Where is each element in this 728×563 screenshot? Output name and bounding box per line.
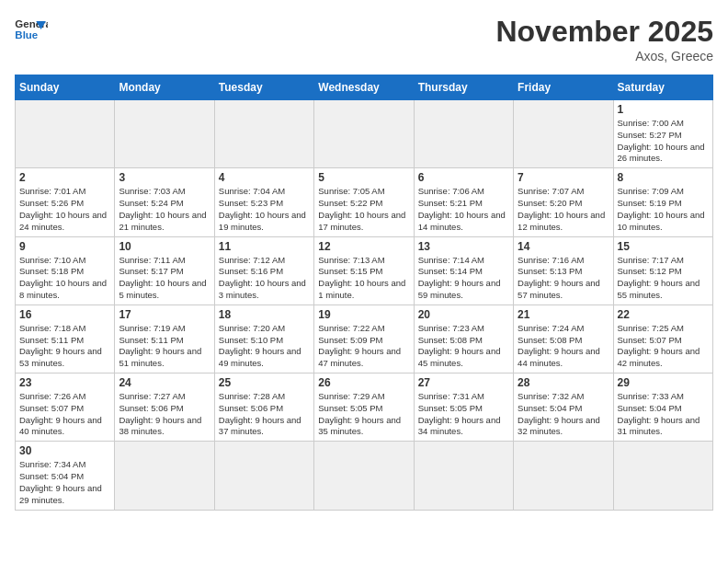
table-row: 12Sunrise: 7:13 AMSunset: 5:15 PMDayligh… — [314, 236, 414, 304]
table-row: 21Sunrise: 7:24 AMSunset: 5:08 PMDayligh… — [514, 304, 613, 373]
table-row: 3Sunrise: 7:03 AMSunset: 5:24 PMDaylight… — [115, 168, 214, 236]
day-number: 4 — [219, 171, 310, 184]
day-info: Sunrise: 7:04 AMSunset: 5:23 PMDaylight:… — [219, 186, 310, 233]
header-monday: Monday — [115, 75, 214, 100]
day-info: Sunrise: 7:06 AMSunset: 5:21 PMDaylight:… — [418, 186, 509, 233]
day-info: Sunrise: 7:26 AMSunset: 5:07 PMDaylight:… — [19, 391, 110, 438]
day-info: Sunrise: 7:23 AMSunset: 5:08 PMDaylight:… — [418, 323, 509, 370]
header-saturday: Saturday — [613, 75, 712, 100]
table-row: 26Sunrise: 7:29 AMSunset: 5:05 PMDayligh… — [314, 373, 414, 442]
day-info: Sunrise: 7:05 AMSunset: 5:22 PMDaylight:… — [318, 186, 409, 233]
header-thursday: Thursday — [414, 75, 513, 100]
table-row — [115, 442, 214, 510]
day-info: Sunrise: 7:28 AMSunset: 5:06 PMDaylight:… — [219, 391, 310, 438]
table-row — [16, 100, 115, 168]
day-info: Sunrise: 7:17 AMSunset: 5:12 PMDaylight:… — [618, 255, 709, 302]
day-number: 21 — [518, 308, 609, 321]
table-row — [214, 442, 313, 510]
table-row: 17Sunrise: 7:19 AMSunset: 5:11 PMDayligh… — [115, 304, 214, 373]
day-number: 24 — [119, 376, 210, 389]
day-number: 28 — [518, 376, 609, 389]
header-tuesday: Tuesday — [214, 75, 313, 100]
table-row: 23Sunrise: 7:26 AMSunset: 5:07 PMDayligh… — [16, 373, 115, 442]
day-info: Sunrise: 7:22 AMSunset: 5:09 PMDaylight:… — [318, 323, 409, 370]
table-row: 19Sunrise: 7:22 AMSunset: 5:09 PMDayligh… — [314, 304, 414, 373]
table-row — [514, 100, 613, 168]
table-row — [514, 442, 613, 510]
day-number: 29 — [618, 376, 709, 389]
table-row: 13Sunrise: 7:14 AMSunset: 5:14 PMDayligh… — [414, 236, 513, 304]
day-info: Sunrise: 7:09 AMSunset: 5:19 PMDaylight:… — [618, 186, 709, 233]
day-number: 1 — [618, 103, 709, 116]
table-row — [314, 442, 414, 510]
table-row — [414, 100, 513, 168]
table-row: 5Sunrise: 7:05 AMSunset: 5:22 PMDaylight… — [314, 168, 414, 236]
table-row: 1Sunrise: 7:00 AMSunset: 5:27 PMDaylight… — [613, 100, 712, 168]
day-number: 19 — [318, 308, 409, 321]
day-number: 5 — [318, 171, 409, 184]
location: Axos, Greece — [495, 49, 713, 63]
day-info: Sunrise: 7:13 AMSunset: 5:15 PMDaylight:… — [318, 255, 409, 302]
logo-icon: General Blue — [15, 15, 48, 42]
table-row: 24Sunrise: 7:27 AMSunset: 5:06 PMDayligh… — [115, 373, 214, 442]
table-row: 4Sunrise: 7:04 AMSunset: 5:23 PMDaylight… — [214, 168, 313, 236]
day-number: 7 — [518, 171, 609, 184]
day-number: 6 — [418, 171, 509, 184]
day-number: 13 — [418, 240, 509, 253]
table-row: 6Sunrise: 7:06 AMSunset: 5:21 PMDaylight… — [414, 168, 513, 236]
day-info: Sunrise: 7:33 AMSunset: 5:04 PMDaylight:… — [618, 391, 709, 438]
day-number: 14 — [518, 240, 609, 253]
table-row: 18Sunrise: 7:20 AMSunset: 5:10 PMDayligh… — [214, 304, 313, 373]
table-row: 28Sunrise: 7:32 AMSunset: 5:04 PMDayligh… — [514, 373, 613, 442]
day-number: 18 — [219, 308, 310, 321]
table-row — [214, 100, 313, 168]
day-info: Sunrise: 7:00 AMSunset: 5:27 PMDaylight:… — [618, 118, 709, 165]
header-sunday: Sunday — [16, 75, 115, 100]
day-info: Sunrise: 7:07 AMSunset: 5:20 PMDaylight:… — [518, 186, 609, 233]
page-header: General Blue November 2025 Axos, Greece — [15, 15, 713, 63]
table-row: 14Sunrise: 7:16 AMSunset: 5:13 PMDayligh… — [514, 236, 613, 304]
day-number: 30 — [19, 444, 110, 457]
table-row — [314, 100, 414, 168]
table-row — [613, 442, 712, 510]
table-row: 11Sunrise: 7:12 AMSunset: 5:16 PMDayligh… — [214, 236, 313, 304]
table-row: 27Sunrise: 7:31 AMSunset: 5:05 PMDayligh… — [414, 373, 513, 442]
table-row: 29Sunrise: 7:33 AMSunset: 5:04 PMDayligh… — [613, 373, 712, 442]
day-number: 8 — [618, 171, 709, 184]
table-row: 9Sunrise: 7:10 AMSunset: 5:18 PMDaylight… — [16, 236, 115, 304]
table-row: 2Sunrise: 7:01 AMSunset: 5:26 PMDaylight… — [16, 168, 115, 236]
weekday-header-row: Sunday Monday Tuesday Wednesday Thursday… — [16, 75, 713, 100]
logo: General Blue — [15, 15, 48, 42]
day-info: Sunrise: 7:34 AMSunset: 5:04 PMDaylight:… — [19, 459, 110, 506]
day-info: Sunrise: 7:20 AMSunset: 5:10 PMDaylight:… — [219, 323, 310, 370]
svg-text:Blue: Blue — [15, 29, 38, 40]
day-number: 16 — [19, 308, 110, 321]
day-info: Sunrise: 7:27 AMSunset: 5:06 PMDaylight:… — [119, 391, 210, 438]
day-info: Sunrise: 7:14 AMSunset: 5:14 PMDaylight:… — [418, 255, 509, 302]
day-number: 15 — [618, 240, 709, 253]
table-row — [414, 442, 513, 510]
table-row: 30Sunrise: 7:34 AMSunset: 5:04 PMDayligh… — [16, 442, 115, 510]
table-row: 20Sunrise: 7:23 AMSunset: 5:08 PMDayligh… — [414, 304, 513, 373]
table-row: 25Sunrise: 7:28 AMSunset: 5:06 PMDayligh… — [214, 373, 313, 442]
day-info: Sunrise: 7:24 AMSunset: 5:08 PMDaylight:… — [518, 323, 609, 370]
table-row — [115, 100, 214, 168]
title-area: November 2025 Axos, Greece — [495, 15, 713, 63]
day-info: Sunrise: 7:11 AMSunset: 5:17 PMDaylight:… — [119, 255, 210, 302]
table-row: 8Sunrise: 7:09 AMSunset: 5:19 PMDaylight… — [613, 168, 712, 236]
table-row: 10Sunrise: 7:11 AMSunset: 5:17 PMDayligh… — [115, 236, 214, 304]
day-info: Sunrise: 7:16 AMSunset: 5:13 PMDaylight:… — [518, 255, 609, 302]
day-info: Sunrise: 7:29 AMSunset: 5:05 PMDaylight:… — [318, 391, 409, 438]
header-wednesday: Wednesday — [314, 75, 414, 100]
day-info: Sunrise: 7:03 AMSunset: 5:24 PMDaylight:… — [119, 186, 210, 233]
day-number: 10 — [119, 240, 210, 253]
day-info: Sunrise: 7:25 AMSunset: 5:07 PMDaylight:… — [618, 323, 709, 370]
day-number: 20 — [418, 308, 509, 321]
day-number: 12 — [318, 240, 409, 253]
day-number: 26 — [318, 376, 409, 389]
day-number: 17 — [119, 308, 210, 321]
day-number: 27 — [418, 376, 509, 389]
day-info: Sunrise: 7:01 AMSunset: 5:26 PMDaylight:… — [19, 186, 110, 233]
day-number: 9 — [19, 240, 110, 253]
day-info: Sunrise: 7:19 AMSunset: 5:11 PMDaylight:… — [119, 323, 210, 370]
